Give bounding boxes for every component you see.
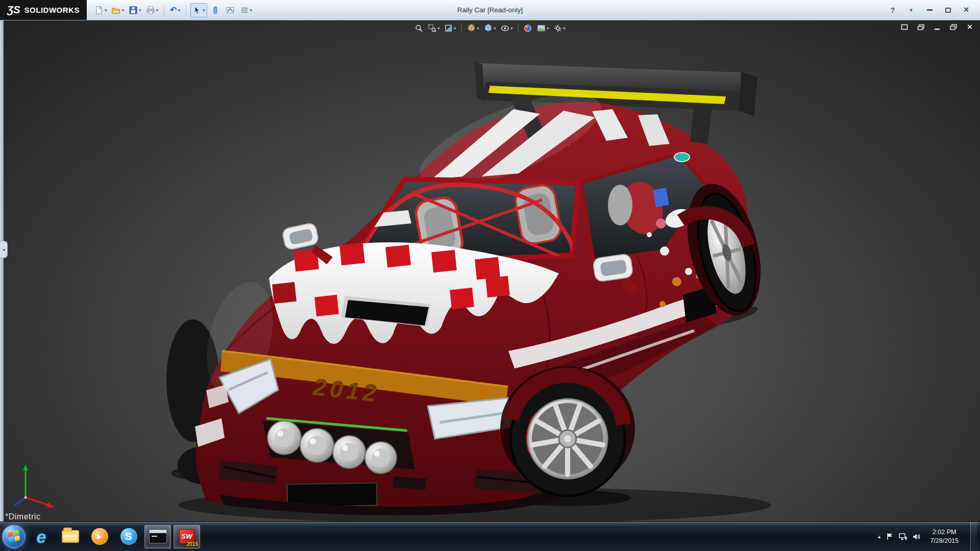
view-cube-icon xyxy=(467,23,476,33)
windows-flag-icon xyxy=(7,530,20,543)
view-settings-button[interactable] xyxy=(552,22,567,34)
show-hidden-icons-button[interactable] xyxy=(878,533,881,540)
minimize-button[interactable] xyxy=(922,5,937,16)
taskbar-item-command-prompt[interactable] xyxy=(144,525,171,548)
doc-restore-button[interactable] xyxy=(948,23,959,31)
start-button[interactable] xyxy=(2,525,26,548)
new-document-icon xyxy=(94,6,104,15)
titlebar: ƷS SOLIDWORKS xyxy=(0,0,980,20)
system-tray: 2:02 PM 7/28/2015 xyxy=(878,522,978,551)
zoom-to-fit-button[interactable] xyxy=(413,22,425,34)
expand-toolbar-button[interactable] xyxy=(903,5,919,16)
section-view-icon xyxy=(444,24,453,33)
standard-toolbar xyxy=(87,3,260,17)
taskbar-item-windows-explorer[interactable] xyxy=(57,525,84,548)
taskbar-item-media-player[interactable] xyxy=(86,525,113,548)
select-arrow-icon xyxy=(192,6,202,15)
save-button[interactable] xyxy=(127,3,143,17)
chevron-down-icon xyxy=(910,7,912,13)
taskbar-clock[interactable]: 2:02 PM 7/28/2015 xyxy=(926,528,963,545)
solidworks-letters-icon xyxy=(182,533,192,540)
chevron-up-icon xyxy=(878,533,881,540)
orientation-triad xyxy=(14,464,54,508)
hide-show-items-button[interactable] xyxy=(499,22,514,34)
instant3d-icon xyxy=(211,6,220,15)
action-center-flag-icon[interactable] xyxy=(886,533,893,540)
toolbar-separator xyxy=(518,24,519,32)
maximize-icon xyxy=(945,8,951,13)
doc-cascade-button[interactable] xyxy=(916,23,926,31)
cascade-icon xyxy=(917,24,924,30)
view-settings-gear-icon xyxy=(554,24,562,33)
edit-appearance-button[interactable] xyxy=(522,22,534,34)
close-icon xyxy=(964,5,969,15)
close-button[interactable] xyxy=(959,5,974,16)
zoom-to-fit-icon xyxy=(414,24,423,33)
options-button[interactable] xyxy=(238,3,254,17)
zoom-to-area-button[interactable] xyxy=(426,22,441,34)
close-icon xyxy=(967,22,972,32)
maximize-button[interactable] xyxy=(940,5,955,16)
windows-taskbar: e S 2015 xyxy=(0,521,980,551)
toolbar-separator xyxy=(164,5,164,16)
taskbar-item-solidworks[interactable]: 2015 xyxy=(174,525,200,548)
toolbar-separator xyxy=(461,24,461,32)
document-window-controls xyxy=(899,23,975,31)
undo-button[interactable] xyxy=(168,3,182,17)
internet-explorer-icon: e xyxy=(37,528,46,545)
solidworks-year-badge: 2015 xyxy=(187,541,198,547)
doc-close-button[interactable] xyxy=(965,23,975,31)
zoom-to-area-icon xyxy=(428,24,436,33)
graphics-area[interactable]: 2012 xyxy=(0,20,980,521)
apply-scene-button[interactable] xyxy=(535,22,551,34)
taskbar-item-internet-explorer[interactable]: e xyxy=(28,525,55,548)
sketch-sheet-icon xyxy=(226,6,235,15)
save-floppy-icon xyxy=(129,6,138,15)
solidworks-logo-text: SOLIDWORKS xyxy=(24,6,80,14)
heads-up-view-toolbar xyxy=(413,22,567,34)
printer-icon xyxy=(146,6,155,15)
section-view-button[interactable] xyxy=(443,22,457,34)
minimize-icon xyxy=(934,24,940,30)
restore-icon xyxy=(950,24,957,30)
play-icon xyxy=(97,533,102,540)
appearance-ball-icon xyxy=(524,24,532,33)
view-orientation-label: *Dimetric xyxy=(5,512,40,521)
display-style-button[interactable] xyxy=(482,22,497,34)
doc-minimize-button[interactable] xyxy=(932,23,942,31)
undo-icon xyxy=(170,5,177,15)
minimize-icon xyxy=(927,9,933,11)
network-icon[interactable] xyxy=(899,533,907,540)
volume-icon[interactable] xyxy=(913,533,920,540)
new-window-icon xyxy=(901,24,908,30)
view-orientation-button[interactable] xyxy=(465,22,480,34)
open-folder-icon xyxy=(111,6,120,15)
help-button[interactable]: ? xyxy=(885,5,900,16)
solidworks-app-icon: 2015 xyxy=(177,528,197,546)
taskbar-item-messenger[interactable]: S xyxy=(115,525,142,548)
media-player-icon xyxy=(91,528,108,545)
print-button[interactable] xyxy=(144,3,160,17)
solidworks-window: ƷS SOLIDWORKS xyxy=(0,0,980,551)
scene-photo-icon xyxy=(537,24,546,33)
eye-icon xyxy=(501,24,510,33)
display-style-icon xyxy=(483,23,493,33)
clock-time: 2:02 PM xyxy=(933,528,957,536)
solidworks-logo: ƷS SOLIDWORKS xyxy=(0,0,87,20)
instant3d-button[interactable] xyxy=(209,3,222,17)
options-sliders-icon xyxy=(240,6,249,15)
open-button[interactable] xyxy=(110,3,126,17)
select-button[interactable] xyxy=(190,3,207,17)
solidworks-logo-icon: ƷS xyxy=(7,4,20,16)
sketch-button[interactable] xyxy=(224,3,237,17)
new-document-button[interactable] xyxy=(93,3,109,17)
command-prompt-icon xyxy=(149,530,167,543)
window-controls: ? xyxy=(885,5,980,16)
messenger-icon: S xyxy=(120,528,137,545)
toolbar-separator xyxy=(186,5,186,16)
show-desktop-button[interactable] xyxy=(970,522,977,551)
rally-car-model: 2012 xyxy=(0,20,980,521)
clock-date: 7/28/2015 xyxy=(930,537,959,545)
doc-new-window-button[interactable] xyxy=(899,23,910,31)
folder-icon xyxy=(62,530,79,543)
